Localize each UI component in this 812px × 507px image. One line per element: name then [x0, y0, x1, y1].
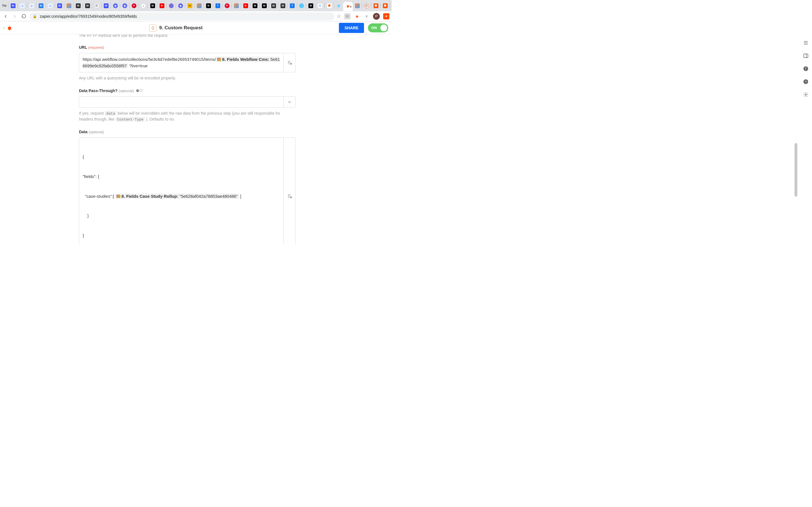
browser-tab[interactable] — [111, 2, 119, 10]
browser-tab[interactable] — [93, 2, 101, 10]
tab-group-label: Ne — [1, 4, 8, 8]
field-label-text: Data Pass-Through? — [79, 89, 117, 93]
optional-tag: (optional) — [89, 130, 104, 134]
required-tag: (required) — [88, 45, 104, 50]
browser-tab[interactable] — [325, 2, 333, 10]
url-input-box[interactable]: https://api.webflow.com/collections/5e3c… — [79, 53, 296, 72]
browser-tab[interactable] — [316, 2, 324, 10]
browser-tab[interactable] — [214, 2, 221, 10]
browser-tab[interactable] — [18, 2, 26, 10]
browser-tab[interactable] — [232, 2, 240, 10]
star-icon[interactable]: ☆ — [337, 13, 341, 19]
browser-tab[interactable] — [130, 2, 138, 10]
toggle-knob — [380, 24, 387, 31]
field-data-passthrough: Data Pass-Through? (optional) If yes, re… — [79, 89, 296, 122]
browser-tab[interactable] — [28, 2, 36, 10]
share-button[interactable]: SHARE — [339, 23, 364, 33]
url-text: zapier.com/app/editor/76931549/nodes/805… — [40, 14, 137, 18]
url-input[interactable]: 🔒 zapier.com/app/editor/76931549/nodes/8… — [29, 12, 335, 20]
back-button[interactable] — [2, 13, 9, 20]
browser-tab[interactable] — [353, 2, 361, 10]
browser-tab[interactable] — [223, 2, 231, 10]
browser-tab[interactable] — [139, 2, 147, 10]
url-help-text: Any URL with a querystring will be re-en… — [79, 75, 296, 81]
browser-tab[interactable] — [9, 2, 17, 10]
close-icon[interactable]: × — [350, 4, 352, 9]
extension-icon[interactable]: ✦ — [383, 13, 389, 19]
browser-tab[interactable] — [269, 2, 277, 10]
browser-tab[interactable] — [149, 2, 156, 10]
method-help-text: The HTTP method we'll use to perform the… — [79, 34, 296, 38]
airtable-icon — [217, 58, 221, 61]
optional-tag: (optional) — [119, 89, 134, 93]
browser-tab[interactable] — [56, 2, 63, 10]
toggle-indicator-icon — [136, 89, 143, 93]
dynamic-field-chip[interactable]: 8. Fields Case Study Rollup: "5e628af042… — [115, 193, 239, 199]
browser-tabs-bar: Ne × + — [0, 0, 392, 11]
browser-tab[interactable] — [186, 2, 194, 10]
passthrough-select[interactable] — [79, 96, 296, 108]
field-label-text: URL — [79, 45, 87, 50]
extension-icon[interactable]: ≡ — [363, 13, 370, 19]
browser-tab[interactable] — [195, 2, 203, 10]
browser-tab[interactable] — [335, 2, 343, 10]
browser-tab[interactable] — [372, 2, 380, 10]
toggle-label: ON — [371, 25, 377, 30]
browser-tab[interactable] — [260, 2, 268, 10]
browser-tab[interactable] — [102, 2, 110, 10]
browser-tab[interactable] — [363, 2, 370, 10]
browser-tab[interactable] — [242, 2, 250, 10]
browser-tab[interactable] — [288, 2, 296, 10]
page-title: 9. Custom Request — [159, 25, 203, 31]
zapier-logo-icon[interactable] — [6, 25, 13, 31]
step-app-icon: ⟨⟩ — [149, 24, 156, 32]
passthrough-help-text: If yes, request data below will be overr… — [79, 110, 296, 122]
browser-tab[interactable] — [176, 2, 185, 10]
lock-icon: 🔒 — [33, 14, 37, 18]
field-url: URL (required) https://api.webflow.com/c… — [79, 45, 296, 81]
browser-tab[interactable] — [204, 2, 212, 10]
field-data: Data (optional) { "fields": { "case-stud… — [79, 129, 296, 245]
browser-tab[interactable] — [121, 2, 129, 10]
browser-tab[interactable] — [391, 2, 392, 10]
zap-on-toggle[interactable]: ON — [368, 23, 388, 33]
browser-tab[interactable] — [84, 2, 91, 10]
browser-tab[interactable] — [65, 2, 73, 10]
field-label-text: Data — [79, 129, 87, 134]
forward-button[interactable] — [11, 13, 18, 20]
browser-tab[interactable] — [381, 2, 389, 10]
profile-avatar[interactable]: P — [373, 13, 380, 20]
data-textarea[interactable]: { "fields": { "case-studies":[ 8. Fields… — [79, 137, 296, 245]
browser-tab[interactable] — [297, 2, 305, 10]
extension-icon[interactable]: W — [344, 13, 350, 19]
browser-tab-active[interactable]: × — [343, 2, 353, 11]
app-header: ‹ ⟨⟩ 9. Custom Request SHARE ON — [0, 21, 392, 34]
form-panel: The HTTP method we'll use to perform the… — [79, 34, 308, 244]
extension-icon[interactable]: ◉ — [354, 13, 360, 19]
browser-tab[interactable] — [251, 2, 259, 10]
browser-tab[interactable] — [158, 2, 166, 10]
chevron-down-icon[interactable] — [283, 97, 295, 107]
chevron-left-icon[interactable]: ‹ — [3, 25, 5, 31]
insert-data-button[interactable] — [283, 53, 295, 72]
browser-tab[interactable] — [74, 2, 82, 10]
browser-tab[interactable] — [279, 2, 287, 10]
reload-button[interactable] — [20, 13, 27, 20]
browser-tab[interactable] — [307, 2, 315, 10]
address-bar: 🔒 zapier.com/app/editor/76931549/nodes/8… — [0, 11, 392, 21]
insert-data-button[interactable] — [283, 138, 295, 245]
airtable-icon — [116, 194, 120, 198]
browser-tab[interactable] — [37, 2, 45, 10]
browser-tab[interactable] — [46, 2, 54, 10]
browser-tab[interactable] — [167, 2, 175, 10]
